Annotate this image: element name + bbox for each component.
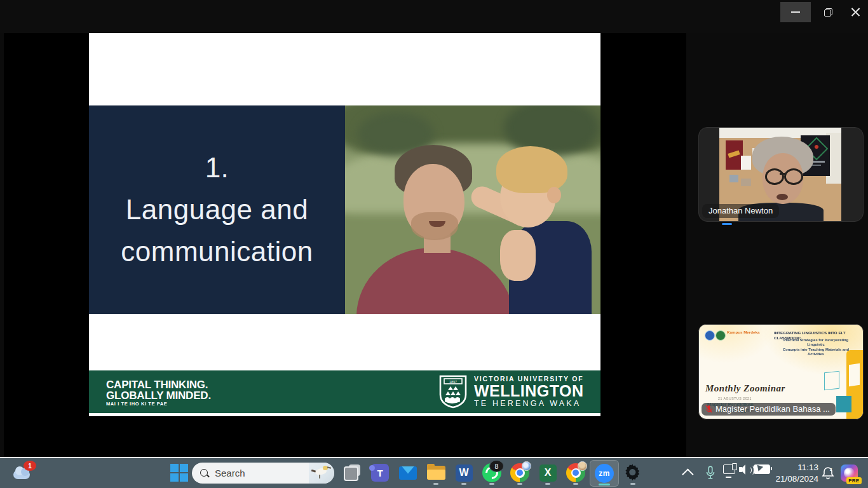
- bell-dnd-icon: z: [822, 466, 834, 480]
- minimize-button[interactable]: [780, 2, 811, 22]
- tray-clock[interactable]: 11:13 21/08/2024: [770, 461, 818, 485]
- running-indicator: [545, 483, 550, 485]
- taskbar-item-excel[interactable]: X: [535, 460, 560, 485]
- svg-text:z: z: [830, 467, 832, 471]
- running-indicator: [517, 483, 522, 485]
- chevron-up-icon: [682, 468, 693, 480]
- running-indicator: [489, 483, 494, 485]
- cloud-widgets-icon: 1: [12, 466, 31, 479]
- slide-footer-banner: CAPITAL THINKING. GLOBALLY MINDED. MAI I…: [89, 370, 600, 413]
- slide-title-line1: Language and: [126, 189, 308, 231]
- slide-photo-father-son: [345, 105, 600, 314]
- footer-tagline-2: GLOBALLY MINDED.: [106, 390, 211, 401]
- clock-time: 11:13: [797, 462, 818, 473]
- taskbar-item-file-explorer[interactable]: [423, 460, 449, 485]
- file-explorer-icon: [427, 466, 445, 480]
- copilot-preview-badge: PRE: [846, 477, 861, 484]
- excel-icon: X: [539, 464, 557, 482]
- decor-shape: [729, 175, 738, 182]
- cast-display-icon: [723, 464, 737, 476]
- tray-microphone-in-use[interactable]: [702, 460, 719, 485]
- kampus-merdeka-logo: Kampus Merdeka: [727, 330, 774, 335]
- taskbar-item-settings[interactable]: [620, 460, 646, 485]
- footer-tagline-1: CAPITAL THINKING.: [106, 379, 208, 390]
- active-speaker-indicator: [722, 223, 732, 225]
- decor-shape: [836, 396, 851, 412]
- muted-mic-icon: [705, 405, 712, 413]
- taskbar-item-whatsapp[interactable]: 8: [479, 460, 505, 485]
- restore-down-icon: [824, 8, 832, 17]
- poster-date: 21 AGUSTUS 2021: [718, 396, 752, 400]
- minimize-icon: [791, 11, 800, 13]
- desktop: { "window": { "controls": ["minimize", "…: [0, 0, 868, 488]
- search-highlight-bird-image: [309, 463, 334, 484]
- decor-shape: [547, 187, 561, 203]
- running-indicator: [630, 483, 635, 485]
- poster-event-title: Monthly Zoominar: [705, 383, 785, 394]
- taskbar-item-word[interactable]: W: [451, 460, 477, 485]
- poster-subheading-line1: Practical Strategies for Incorporating L…: [783, 338, 848, 347]
- svg-text:1897: 1897: [449, 380, 457, 384]
- restore-down-button[interactable]: [815, 2, 841, 22]
- decor-poster: [726, 140, 743, 170]
- campus-logo-icon: [715, 330, 726, 341]
- zoom-app-icon: zm: [595, 464, 614, 483]
- poster-subheading: Practical Strategies for Incorporating L…: [779, 337, 853, 356]
- running-indicator: [461, 483, 466, 485]
- poster-subheading-line2: Concepts into Teaching Materials and Act…: [783, 348, 849, 356]
- participant-name-text: Magister Pendidikan Bahasa ...: [715, 404, 830, 414]
- glasses-icon: [765, 168, 784, 185]
- window-titlebar: [0, 0, 868, 33]
- participant-name-label: Jonathan Newton: [702, 204, 779, 218]
- clock-date: 21/08/2024: [775, 473, 818, 485]
- video-tile-host[interactable]: Kampus Merdeka INTEGRATING LINGUISTICS I…: [698, 324, 864, 419]
- widgets-notification-badge: 1: [24, 461, 36, 471]
- video-tile-speaker[interactable]: Jonathan Newton: [698, 127, 864, 222]
- taskbar-item-zoom-active[interactable]: zm: [590, 460, 619, 487]
- windows-taskbar: 1 Search T W 8 X: [0, 458, 868, 488]
- decor-shape: [500, 230, 536, 281]
- chrome-icon: [566, 463, 585, 482]
- windows-start-icon: [170, 464, 188, 482]
- teams-icon: T: [371, 464, 389, 482]
- chrome-icon: [510, 463, 529, 482]
- decor-shape: [824, 371, 839, 391]
- search-box[interactable]: Search: [192, 463, 334, 484]
- slide-title-line2: communication: [121, 231, 313, 273]
- glasses-icon: [784, 168, 803, 185]
- word-icon: W: [456, 464, 473, 482]
- university-name: WELLINGTON: [474, 383, 584, 399]
- start-button[interactable]: [166, 460, 192, 485]
- presentation-slide: 1. Language and communication CAP: [89, 33, 600, 416]
- screen-share-area: 1. Language and communication CAP: [4, 33, 686, 457]
- decor-shape: [849, 363, 860, 386]
- taskbar-item-mail[interactable]: [395, 460, 421, 485]
- copilot-icon: PRE: [841, 464, 858, 482]
- university-logo: 1897 VICTORIA UNIVERSITY OF WELLINGTON T…: [438, 374, 584, 409]
- decor-shape: [741, 156, 751, 170]
- university-shield-icon: 1897: [438, 374, 468, 409]
- close-icon: [851, 8, 860, 17]
- settings-gear-icon: [624, 464, 642, 482]
- tray-volume[interactable]: [739, 464, 752, 475]
- decor-shape: [780, 173, 785, 175]
- decor-shape: [741, 179, 751, 186]
- tray-copilot[interactable]: PRE: [836, 460, 862, 485]
- task-view-icon: [344, 464, 360, 481]
- close-button[interactable]: [843, 2, 868, 22]
- tray-cast-display[interactable]: [723, 464, 737, 476]
- mail-icon: [399, 466, 417, 480]
- whatsapp-icon: 8: [482, 463, 501, 482]
- taskbar-item-teams[interactable]: T: [367, 460, 393, 485]
- task-view-button[interactable]: [339, 460, 365, 485]
- tray-battery[interactable]: [754, 464, 770, 474]
- tray-show-hidden-icons[interactable]: [681, 460, 696, 485]
- taskbar-item-chrome-profile1[interactable]: [507, 460, 532, 485]
- university-wordmark: VICTORIA UNIVERSITY OF WELLINGTON TE HER…: [474, 375, 584, 408]
- running-indicator: [433, 483, 438, 485]
- boy-hair: [496, 146, 567, 193]
- slide-title-box: 1. Language and communication: [89, 105, 345, 314]
- widgets-weather-button[interactable]: 1: [9, 460, 34, 485]
- tray-notifications-dnd[interactable]: z: [820, 460, 836, 485]
- taskbar-item-chrome-profile2[interactable]: [563, 460, 588, 485]
